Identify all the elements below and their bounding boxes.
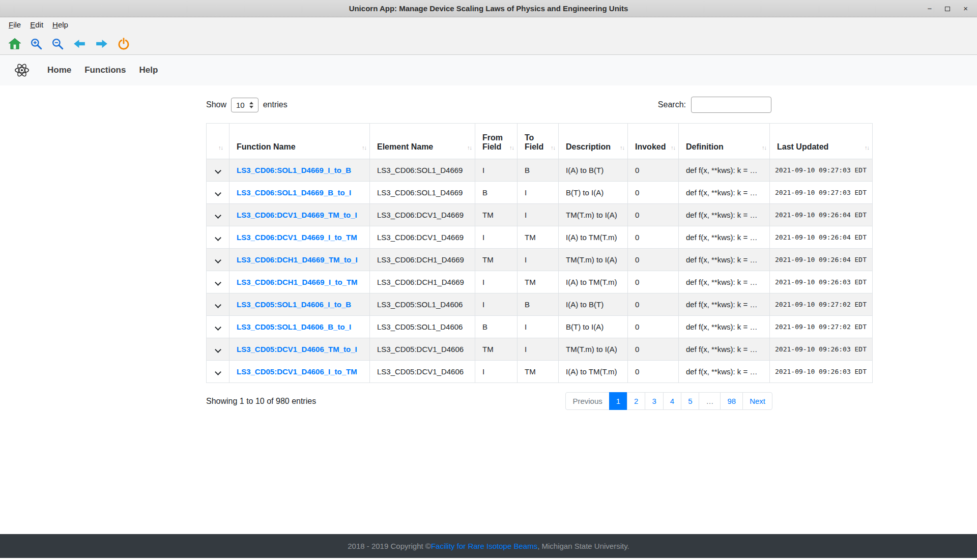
expand-chevron-icon[interactable]	[215, 212, 221, 219]
expand-chevron-icon[interactable]	[215, 369, 221, 375]
definition-cell: def f(x, **kws): k = …	[679, 159, 770, 182]
minimize-icon[interactable]: −	[927, 5, 932, 12]
function-name-link[interactable]: LS3_CD06:DCV1_D4669_I_to_TM	[237, 233, 357, 242]
expand-cell	[207, 226, 229, 249]
table-row: LS3_CD05:DCV1_D4606_TM_to_ILS3_CD05:DCV1…	[207, 338, 873, 361]
function-name-link[interactable]: LS3_CD05:SOL1_D4606_I_to_B	[237, 300, 351, 309]
footer-link[interactable]: Facility for Rare Isotope Beams	[431, 542, 537, 550]
navbar-brand[interactable]	[13, 62, 31, 79]
column-header-invoked[interactable]: Invoked↑↓	[628, 124, 679, 159]
forward-arrow-button[interactable]	[91, 35, 113, 52]
table-row: LS3_CD06:SOL1_D4669_I_to_BLS3_CD06:SOL1_…	[207, 159, 873, 182]
table-row: LS3_CD06:DCV1_D4669_I_to_TMLS3_CD06:DCV1…	[207, 226, 873, 249]
definition-cell: def f(x, **kws): k = …	[679, 249, 770, 271]
column-header-description[interactable]: Description↑↓	[559, 124, 628, 159]
invoked-cell: 0	[628, 159, 679, 182]
page-button-2[interactable]: 2	[627, 392, 645, 410]
titlebar: Unicorn App: Manage Device Scaling Laws …	[0, 0, 977, 17]
forward-arrow-icon	[95, 37, 109, 50]
maximize-icon[interactable]	[945, 5, 950, 12]
column-label: Element Name	[377, 142, 433, 151]
expand-chevron-icon[interactable]	[215, 324, 221, 331]
column-header-expand[interactable]: ↑↓	[207, 124, 229, 159]
page-button-98[interactable]: 98	[720, 392, 743, 410]
sort-icon: ↑↓	[509, 144, 514, 151]
function-name-link[interactable]: LS3_CD05:DCV1_D4606_TM_to_I	[237, 345, 357, 353]
function-name-link[interactable]: LS3_CD06:SOL1_D4669_B_to_I	[237, 188, 351, 197]
from-field-cell: B	[475, 182, 518, 204]
nav-item-functions[interactable]: Functions	[78, 65, 132, 75]
menu-file[interactable]: File	[4, 17, 25, 33]
function-name-link[interactable]: LS3_CD06:DCH1_D4669_TM_to_I	[237, 255, 358, 264]
menu-help[interactable]: Help	[48, 17, 73, 33]
zoom-in-button[interactable]	[25, 35, 47, 52]
entries-select[interactable]: 10	[231, 98, 258, 112]
search-input[interactable]	[691, 97, 771, 113]
expand-chevron-icon[interactable]	[215, 302, 221, 308]
close-icon[interactable]: ×	[963, 5, 968, 12]
back-arrow-button[interactable]	[68, 35, 91, 52]
page-button-3[interactable]: 3	[645, 392, 663, 410]
expand-chevron-icon[interactable]	[215, 257, 221, 263]
home-button[interactable]	[4, 35, 25, 52]
menubar: FileEditHelp	[0, 17, 977, 33]
zoom-out-button[interactable]	[47, 35, 68, 52]
definition-cell: def f(x, **kws): k = …	[679, 361, 770, 383]
previous-page-button[interactable]: Previous	[565, 392, 609, 410]
page-button-4[interactable]: 4	[663, 392, 681, 410]
column-header-to-field[interactable]: To Field↑↓	[518, 124, 559, 159]
invoked-cell: 0	[628, 249, 679, 271]
page-button-5[interactable]: 5	[681, 392, 699, 410]
search-label: Search:	[658, 100, 686, 109]
function-name-link[interactable]: LS3_CD05:DCV1_D4606_I_to_TM	[237, 367, 357, 376]
from-field-cell: I	[475, 226, 518, 249]
column-label: To Field	[525, 133, 543, 151]
nav-item-home[interactable]: Home	[41, 65, 78, 75]
expand-chevron-icon[interactable]	[215, 234, 221, 241]
home-icon	[8, 37, 21, 50]
to-field-cell: I	[518, 182, 559, 204]
expand-chevron-icon[interactable]	[215, 167, 221, 174]
from-field-cell: I	[475, 271, 518, 293]
expand-chevron-icon[interactable]	[215, 190, 221, 196]
element-name-cell: LS3_CD06:SOL1_D4669	[370, 182, 475, 204]
from-field-cell: I	[475, 159, 518, 182]
description-cell: I(A) to B(T)	[559, 159, 628, 182]
power-button[interactable]	[113, 35, 134, 52]
function-name-link[interactable]: LS3_CD06:SOL1_D4669_I_to_B	[237, 166, 351, 174]
to-field-cell: TM	[518, 226, 559, 249]
expand-cell	[207, 361, 229, 383]
menu-edit[interactable]: Edit	[25, 17, 48, 33]
invoked-cell: 0	[628, 204, 679, 226]
function-name-link[interactable]: LS3_CD05:SOL1_D4606_B_to_I	[237, 322, 351, 331]
function-name-link[interactable]: LS3_CD06:DCV1_D4669_TM_to_I	[237, 211, 357, 219]
function-name-link[interactable]: LS3_CD06:DCH1_D4669_I_to_TM	[237, 278, 358, 286]
from-field-cell: TM	[475, 249, 518, 271]
expand-chevron-icon[interactable]	[215, 346, 221, 353]
invoked-cell: 0	[628, 293, 679, 316]
page-length-control: Show 10 entries	[206, 98, 288, 112]
expand-cell	[207, 249, 229, 271]
next-page-button[interactable]: Next	[742, 392, 772, 410]
search-control: Search:	[658, 97, 771, 113]
column-header-element-name[interactable]: Element Name↑↓	[370, 124, 475, 159]
page-button-1[interactable]: 1	[609, 392, 627, 410]
expand-cell	[207, 271, 229, 293]
definition-cell: def f(x, **kws): k = …	[679, 338, 770, 361]
table-row: LS3_CD05:DCV1_D4606_I_to_TMLS3_CD05:DCV1…	[207, 361, 873, 383]
show-label: Show	[206, 100, 226, 109]
column-header-last-updated[interactable]: Last Updated↑↓	[770, 124, 873, 159]
expand-cell	[207, 316, 229, 338]
nav-item-help[interactable]: Help	[132, 65, 164, 75]
column-header-from-field[interactable]: From Field↑↓	[475, 124, 518, 159]
expand-chevron-icon[interactable]	[215, 279, 221, 286]
column-header-function-name[interactable]: Function Name↑↓	[229, 124, 370, 159]
column-header-definition[interactable]: Definition↑↓	[679, 124, 770, 159]
to-field-cell: TM	[518, 361, 559, 383]
entries-label: entries	[263, 100, 288, 109]
page-ellipsis: …	[699, 392, 721, 410]
column-label: Definition	[686, 142, 724, 151]
back-arrow-icon	[72, 37, 87, 50]
description-cell: I(A) to TM(T.m)	[559, 226, 628, 249]
function-name-cell: LS3_CD05:DCV1_D4606_TM_to_I	[229, 338, 370, 361]
